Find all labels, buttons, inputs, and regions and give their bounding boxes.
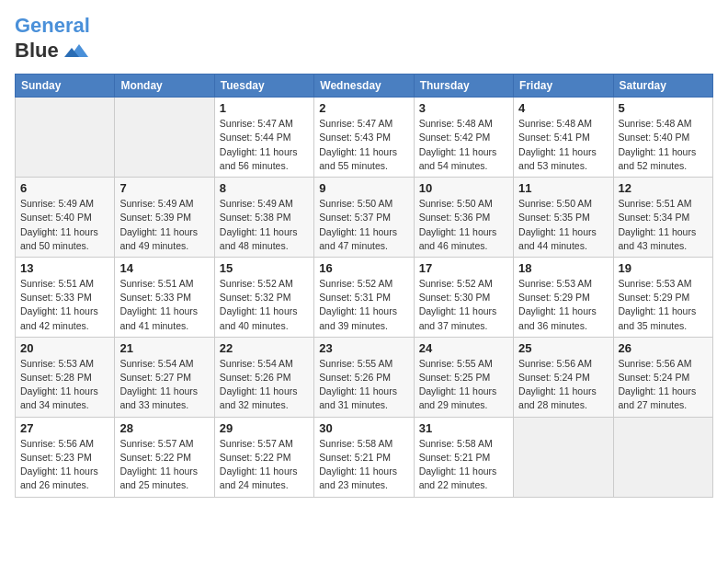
calendar-cell: 15Sunrise: 5:52 AM Sunset: 5:32 PM Dayli…	[214, 257, 313, 337]
calendar-cell: 22Sunrise: 5:54 AM Sunset: 5:26 PM Dayli…	[214, 337, 313, 417]
weekday-header-monday: Monday	[115, 75, 214, 98]
day-info: Sunrise: 5:57 AM Sunset: 5:22 PM Dayligh…	[119, 437, 209, 493]
day-info: Sunrise: 5:52 AM Sunset: 5:30 PM Dayligh…	[419, 277, 508, 333]
day-number: 8	[220, 181, 309, 195]
day-number: 7	[119, 181, 209, 195]
calendar-cell	[613, 417, 712, 497]
day-number: 4	[518, 101, 608, 115]
calendar-cell: 3Sunrise: 5:48 AM Sunset: 5:42 PM Daylig…	[414, 98, 513, 178]
calendar-cell: 23Sunrise: 5:55 AM Sunset: 5:26 PM Dayli…	[314, 337, 414, 417]
day-info: Sunrise: 5:47 AM Sunset: 5:44 PM Dayligh…	[220, 117, 309, 173]
calendar-cell: 20Sunrise: 5:53 AM Sunset: 5:28 PM Dayli…	[16, 337, 115, 417]
week-row-4: 20Sunrise: 5:53 AM Sunset: 5:28 PM Dayli…	[16, 337, 713, 417]
day-info: Sunrise: 5:48 AM Sunset: 5:40 PM Dayligh…	[619, 117, 708, 173]
day-number: 18	[518, 261, 608, 275]
calendar-cell: 24Sunrise: 5:55 AM Sunset: 5:25 PM Dayli…	[414, 337, 513, 417]
day-info: Sunrise: 5:52 AM Sunset: 5:32 PM Dayligh…	[220, 277, 309, 333]
day-info: Sunrise: 5:53 AM Sunset: 5:28 PM Dayligh…	[20, 357, 109, 413]
day-info: Sunrise: 5:56 AM Sunset: 5:24 PM Dayligh…	[518, 357, 608, 413]
day-number: 6	[20, 181, 109, 195]
calendar-cell: 14Sunrise: 5:51 AM Sunset: 5:33 PM Dayli…	[115, 257, 214, 337]
calendar-cell: 9Sunrise: 5:50 AM Sunset: 5:37 PM Daylig…	[314, 178, 414, 258]
day-number: 23	[319, 341, 408, 355]
weekday-header-tuesday: Tuesday	[214, 75, 313, 98]
calendar-cell: 31Sunrise: 5:58 AM Sunset: 5:21 PM Dayli…	[414, 417, 513, 497]
week-row-1: 1Sunrise: 5:47 AM Sunset: 5:44 PM Daylig…	[16, 98, 713, 178]
day-info: Sunrise: 5:50 AM Sunset: 5:37 PM Dayligh…	[319, 197, 408, 253]
day-number: 25	[518, 341, 608, 355]
day-number: 22	[220, 341, 309, 355]
week-row-3: 13Sunrise: 5:51 AM Sunset: 5:33 PM Dayli…	[16, 257, 713, 337]
day-info: Sunrise: 5:57 AM Sunset: 5:22 PM Dayligh…	[220, 437, 309, 493]
calendar-cell: 25Sunrise: 5:56 AM Sunset: 5:24 PM Dayli…	[514, 337, 613, 417]
day-number: 14	[119, 261, 209, 275]
calendar-cell: 27Sunrise: 5:56 AM Sunset: 5:23 PM Dayli…	[16, 417, 115, 497]
day-info: Sunrise: 5:49 AM Sunset: 5:40 PM Dayligh…	[20, 197, 109, 253]
calendar-cell: 26Sunrise: 5:56 AM Sunset: 5:24 PM Dayli…	[613, 337, 712, 417]
day-info: Sunrise: 5:53 AM Sunset: 5:29 PM Dayligh…	[518, 277, 608, 333]
calendar-cell: 5Sunrise: 5:48 AM Sunset: 5:40 PM Daylig…	[613, 98, 712, 178]
weekday-header-wednesday: Wednesday	[314, 75, 414, 98]
day-info: Sunrise: 5:56 AM Sunset: 5:24 PM Dayligh…	[619, 357, 708, 413]
weekday-header-saturday: Saturday	[613, 75, 712, 98]
day-number: 13	[20, 261, 109, 275]
day-info: Sunrise: 5:58 AM Sunset: 5:21 PM Dayligh…	[319, 437, 408, 493]
day-number: 5	[619, 101, 708, 115]
calendar-cell: 2Sunrise: 5:47 AM Sunset: 5:43 PM Daylig…	[314, 98, 414, 178]
day-number: 10	[419, 181, 508, 195]
day-number: 24	[419, 341, 508, 355]
day-info: Sunrise: 5:49 AM Sunset: 5:38 PM Dayligh…	[220, 197, 309, 253]
calendar-cell	[16, 98, 115, 178]
day-info: Sunrise: 5:53 AM Sunset: 5:29 PM Dayligh…	[619, 277, 708, 333]
day-info: Sunrise: 5:49 AM Sunset: 5:39 PM Dayligh…	[119, 197, 209, 253]
calendar-cell: 10Sunrise: 5:50 AM Sunset: 5:36 PM Dayli…	[414, 178, 513, 258]
day-number: 11	[518, 181, 608, 195]
day-info: Sunrise: 5:48 AM Sunset: 5:41 PM Dayligh…	[518, 117, 608, 173]
day-info: Sunrise: 5:48 AM Sunset: 5:42 PM Dayligh…	[419, 117, 508, 173]
day-number: 31	[419, 421, 508, 435]
day-info: Sunrise: 5:58 AM Sunset: 5:21 PM Dayligh…	[419, 437, 508, 493]
calendar-cell: 28Sunrise: 5:57 AM Sunset: 5:22 PM Dayli…	[115, 417, 214, 497]
calendar-cell: 16Sunrise: 5:52 AM Sunset: 5:31 PM Dayli…	[314, 257, 414, 337]
day-info: Sunrise: 5:52 AM Sunset: 5:31 PM Dayligh…	[319, 277, 408, 333]
calendar-cell: 11Sunrise: 5:50 AM Sunset: 5:35 PM Dayli…	[514, 178, 613, 258]
calendar-cell: 6Sunrise: 5:49 AM Sunset: 5:40 PM Daylig…	[16, 178, 115, 258]
calendar-cell: 13Sunrise: 5:51 AM Sunset: 5:33 PM Dayli…	[16, 257, 115, 337]
calendar-cell: 4Sunrise: 5:48 AM Sunset: 5:41 PM Daylig…	[514, 98, 613, 178]
calendar-cell: 7Sunrise: 5:49 AM Sunset: 5:39 PM Daylig…	[115, 178, 214, 258]
logo: General Blue	[15, 15, 90, 64]
day-number: 1	[220, 101, 309, 115]
day-info: Sunrise: 5:51 AM Sunset: 5:34 PM Dayligh…	[619, 197, 708, 253]
day-info: Sunrise: 5:51 AM Sunset: 5:33 PM Dayligh…	[20, 277, 109, 333]
weekday-header-row: SundayMondayTuesdayWednesdayThursdayFrid…	[16, 75, 713, 98]
calendar-cell: 21Sunrise: 5:54 AM Sunset: 5:27 PM Dayli…	[115, 337, 214, 417]
calendar-cell: 30Sunrise: 5:58 AM Sunset: 5:21 PM Dayli…	[314, 417, 414, 497]
day-number: 12	[619, 181, 708, 195]
logo-text2: Blue	[15, 40, 59, 62]
day-info: Sunrise: 5:56 AM Sunset: 5:23 PM Dayligh…	[20, 437, 109, 493]
weekday-header-friday: Friday	[514, 75, 613, 98]
day-info: Sunrise: 5:55 AM Sunset: 5:26 PM Dayligh…	[319, 357, 408, 413]
calendar-cell: 19Sunrise: 5:53 AM Sunset: 5:29 PM Dayli…	[613, 257, 712, 337]
day-number: 16	[319, 261, 408, 275]
week-row-2: 6Sunrise: 5:49 AM Sunset: 5:40 PM Daylig…	[16, 178, 713, 258]
day-number: 28	[119, 421, 209, 435]
day-number: 19	[619, 261, 708, 275]
calendar-cell: 29Sunrise: 5:57 AM Sunset: 5:22 PM Dayli…	[214, 417, 313, 497]
day-number: 17	[419, 261, 508, 275]
day-number: 29	[220, 421, 309, 435]
calendar-cell: 18Sunrise: 5:53 AM Sunset: 5:29 PM Dayli…	[514, 257, 613, 337]
weekday-header-thursday: Thursday	[414, 75, 513, 98]
day-number: 9	[319, 181, 408, 195]
page-header: General Blue	[15, 15, 713, 64]
calendar-cell: 8Sunrise: 5:49 AM Sunset: 5:38 PM Daylig…	[214, 178, 313, 258]
day-info: Sunrise: 5:51 AM Sunset: 5:33 PM Dayligh…	[119, 277, 209, 333]
logo-text: General	[15, 15, 90, 37]
day-number: 15	[220, 261, 309, 275]
day-info: Sunrise: 5:50 AM Sunset: 5:36 PM Dayligh…	[419, 197, 508, 253]
calendar-cell: 17Sunrise: 5:52 AM Sunset: 5:30 PM Dayli…	[414, 257, 513, 337]
calendar-cell	[115, 98, 214, 178]
week-row-5: 27Sunrise: 5:56 AM Sunset: 5:23 PM Dayli…	[16, 417, 713, 497]
day-info: Sunrise: 5:47 AM Sunset: 5:43 PM Dayligh…	[319, 117, 408, 173]
day-number: 26	[619, 341, 708, 355]
